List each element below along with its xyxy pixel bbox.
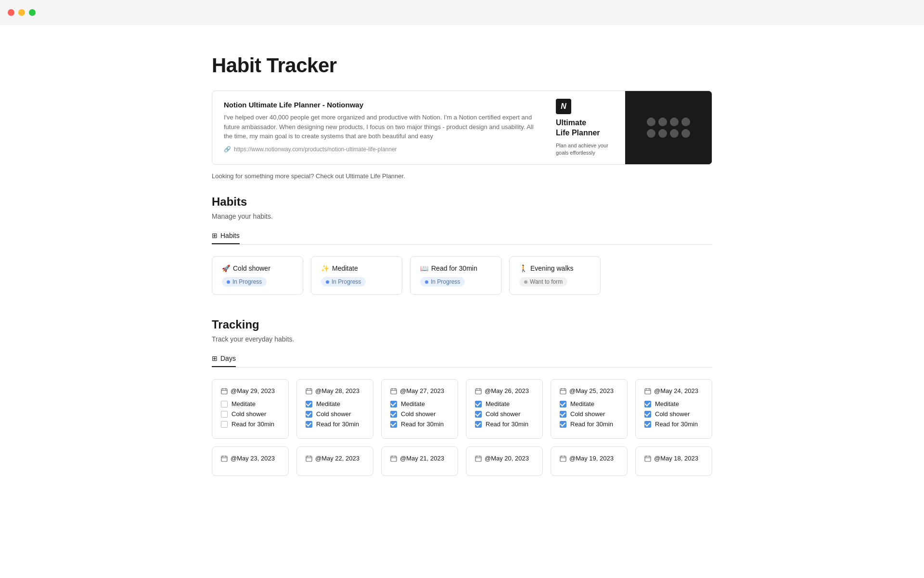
embed-card[interactable]: Notion Ultimate Life Planner - Notionway… [212, 91, 712, 165]
preview-dot [658, 118, 667, 126]
day-item-label: Meditate [655, 400, 679, 407]
checkbox-checked[interactable] [306, 421, 312, 428]
habit-card[interactable]: 🚶 Evening walks Want to form [509, 256, 601, 295]
habit-name: Evening walks [530, 264, 574, 272]
calendar-icon [390, 388, 397, 394]
days-tab-bar: ⊞ Days [212, 351, 712, 368]
checkbox-checked[interactable] [475, 421, 482, 428]
day-item: Cold shower [560, 410, 618, 418]
day-card-title: @May 19, 2023 [560, 455, 618, 462]
day-item: Read for 30min [221, 420, 280, 428]
day-card-title: @May 25, 2023 [560, 387, 618, 394]
checkbox-checked[interactable] [390, 401, 397, 407]
habit-card-title: ✨ Meditate [321, 264, 392, 272]
day-date: @May 25, 2023 [569, 387, 614, 394]
day-item-label: Cold shower [570, 410, 605, 418]
day-card-title: @May 22, 2023 [306, 455, 364, 462]
habit-badge: In Progress [321, 277, 366, 287]
day-card-partial[interactable]: @May 20, 2023 [466, 447, 543, 476]
habit-card-title: 📖 Read for 30min [420, 264, 491, 272]
svg-rect-28 [306, 456, 312, 461]
day-item: Read for 30min [390, 420, 449, 428]
embed-brand-name: UltimateLife Planner [556, 118, 600, 138]
calendar-icon [390, 455, 397, 462]
close-button[interactable] [8, 9, 14, 16]
checkbox-checked[interactable] [475, 411, 482, 418]
badge-dot [326, 280, 329, 284]
day-item-label: Cold shower [316, 410, 351, 418]
day-card[interactable]: @May 27, 2023 Meditate Cold shower Read … [381, 379, 458, 439]
checkbox-checked[interactable] [644, 421, 651, 428]
checkbox-unchecked[interactable] [221, 401, 228, 407]
preview-dot [647, 118, 655, 126]
checkbox-checked[interactable] [306, 411, 312, 418]
day-card[interactable]: @May 25, 2023 Meditate Cold shower Read … [551, 379, 628, 439]
habit-card[interactable]: ✨ Meditate In Progress [311, 256, 402, 295]
calendar-icon [306, 388, 312, 394]
svg-rect-0 [221, 389, 227, 394]
checkbox-unchecked[interactable] [221, 411, 228, 418]
svg-rect-4 [306, 389, 312, 394]
day-card[interactable]: @May 28, 2023 Meditate Cold shower Read … [296, 379, 373, 439]
tracking-section-subtitle: Track your everyday habits. [212, 335, 712, 343]
checkbox-checked[interactable] [390, 411, 397, 418]
day-date: @May 27, 2023 [400, 387, 444, 394]
day-card-title: @May 21, 2023 [390, 455, 449, 462]
day-date: @May 20, 2023 [485, 455, 529, 462]
day-item: Meditate [560, 400, 618, 407]
day-item-label: Read for 30min [486, 420, 528, 428]
checkbox-checked[interactable] [560, 411, 566, 418]
day-card-partial[interactable]: @May 18, 2023 [635, 447, 712, 476]
badge-dot [227, 280, 230, 284]
embed-image-container: N UltimateLife Planner Plan and achieve … [548, 91, 712, 164]
habit-badge: In Progress [222, 277, 267, 287]
checkbox-checked[interactable] [644, 411, 651, 418]
habits-tab[interactable]: ⊞ Habits [212, 228, 240, 244]
day-date: @May 19, 2023 [569, 455, 614, 462]
day-item-label: Meditate [486, 400, 510, 407]
calendar-icon [644, 388, 651, 394]
checkbox-checked[interactable] [390, 421, 397, 428]
habit-name: Meditate [332, 264, 358, 272]
day-card[interactable]: @May 24, 2023 Meditate Cold shower Read … [635, 379, 712, 439]
checkbox-checked[interactable] [560, 401, 566, 407]
page-title: Habit Tracker [212, 54, 712, 77]
preview-dot [647, 129, 655, 138]
day-item-label: Read for 30min [401, 420, 444, 428]
habit-card[interactable]: 🚀 Cold shower In Progress [212, 256, 303, 295]
notion-logo: N [556, 99, 571, 114]
embed-tagline: Plan and achieve your goals effortlessly [556, 142, 617, 157]
checkbox-unchecked[interactable] [221, 421, 228, 428]
habit-card[interactable]: 📖 Read for 30min In Progress [410, 256, 501, 295]
checkbox-checked[interactable] [306, 401, 312, 407]
day-date: @May 23, 2023 [231, 455, 275, 462]
habit-status: In Progress [332, 278, 361, 285]
day-card-partial[interactable]: @May 19, 2023 [551, 447, 628, 476]
checkbox-checked[interactable] [560, 421, 566, 428]
calendar-icon [221, 455, 228, 462]
day-card[interactable]: @May 26, 2023 Meditate Cold shower Read … [466, 379, 543, 439]
day-card[interactable]: @May 29, 2023 Meditate Cold shower Read … [212, 379, 289, 439]
preview-dot [670, 129, 679, 138]
preview-dot [658, 129, 667, 138]
day-card-partial[interactable]: @May 22, 2023 [296, 447, 373, 476]
day-item: Cold shower [221, 410, 280, 418]
minimize-button[interactable] [18, 9, 25, 16]
titlebar [0, 0, 924, 25]
habit-icon: 📖 [420, 264, 428, 272]
checkbox-checked[interactable] [644, 401, 651, 407]
day-card-partial[interactable]: @May 21, 2023 [381, 447, 458, 476]
day-date: @May 24, 2023 [654, 387, 698, 394]
day-item: Read for 30min [644, 420, 703, 428]
day-item-label: Cold shower [401, 410, 436, 418]
looking-text: Looking for something more special? Chec… [212, 172, 712, 180]
checkbox-checked[interactable] [475, 401, 482, 407]
habit-icon: ✨ [321, 264, 329, 272]
day-item-label: Read for 30min [655, 420, 698, 428]
preview-dot [681, 129, 690, 138]
day-card-partial[interactable]: @May 23, 2023 [212, 447, 289, 476]
day-item-label: Meditate [231, 400, 256, 407]
day-item-label: Meditate [570, 400, 594, 407]
maximize-button[interactable] [29, 9, 36, 16]
days-tab[interactable]: ⊞ Days [212, 351, 236, 367]
